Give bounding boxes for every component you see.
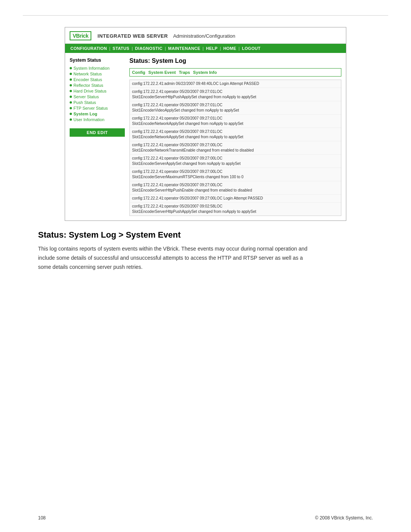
sidebar-item-server-status[interactable]: Server Status [70, 94, 125, 99]
nav-configuration[interactable]: CONFIGURATION [68, 45, 109, 51]
log-entry: config:172.22.2.41:operator 05/20/2007 0… [130, 203, 341, 216]
section-heading: Status: System Log > System Event [38, 230, 373, 240]
page-footer: 108 © 2008 VBrick Systems, Inc. [38, 515, 373, 521]
dot-icon [70, 67, 72, 69]
main-panel: Status: System Log Config System Event T… [129, 58, 341, 216]
nav-home[interactable]: HOME [221, 45, 239, 51]
sidebar-item-system-information[interactable]: System Information [70, 66, 125, 70]
sidebar-title: System Status [70, 58, 125, 63]
log-entry: config:172.22.2.41:operator 05/20/2007 0… [130, 88, 341, 101]
nav-sep-6: | [239, 46, 240, 51]
page-wrapper: VBrick INTEGRATED WEB SERVER Administrat… [38, 27, 373, 272]
nav-sep-3: | [165, 46, 166, 51]
dot-icon [70, 78, 72, 81]
log-entry: config:172.22.2.41:operator 05/20/2007 0… [130, 115, 341, 128]
tab-config[interactable]: Config [132, 70, 145, 75]
panel-title: Status: System Log [129, 58, 341, 64]
dot-icon [70, 96, 72, 98]
dot-icon [70, 73, 72, 75]
footer-page-number: 108 [38, 515, 46, 521]
sidebar-item-hard-drive-status[interactable]: Hard Drive Status [70, 89, 125, 93]
dot-icon [70, 84, 72, 86]
header-subtitle: Administration/Configuration [173, 33, 235, 39]
tab-traps[interactable]: Traps [179, 70, 190, 75]
nav-sep-2: | [132, 46, 133, 51]
log-entry: config:172.22.2.41:operator 05/20/2007 0… [130, 155, 341, 168]
nav-sep-5: | [220, 46, 221, 51]
nav-help[interactable]: HELP [204, 45, 220, 51]
sidebar-item-ftp-server-status[interactable]: FTP Server Status [70, 106, 125, 110]
sidebar-item-push-status[interactable]: Push Status [70, 100, 125, 105]
sidebar-label-reflector-status: Reflector Status [73, 83, 103, 88]
log-entry: config:172.22.2.41:operator 05/20/2007 0… [130, 195, 341, 203]
sidebar-label-system-information: System Information [73, 66, 110, 70]
nav-maintenance[interactable]: MAINTENANCE [166, 45, 203, 51]
log-entry: config:172.22.2.41:operator 05/20/2007 0… [130, 101, 341, 115]
log-entry: config:172.22.2.41:operator 05/20/2007 0… [130, 168, 341, 181]
sidebar-label-ftp-server-status: FTP Server Status [73, 106, 108, 110]
log-entry: config:172.22.2.41:admin 06/22/2007 09:4… [130, 80, 341, 88]
log-entry: config:172.22.2.41:operator 05/20/2007 0… [130, 141, 341, 155]
sidebar-label-push-status: Push Status [73, 100, 96, 105]
sidebar-item-reflector-status[interactable]: Reflector Status [70, 83, 125, 88]
dot-icon [70, 101, 72, 104]
iws-label: INTEGRATED WEB SERVER [97, 33, 168, 39]
sidebar-item-system-log[interactable]: System Log [70, 112, 125, 116]
nav-bar: CONFIGURATION | STATUS | DIAGNOSTIC | MA… [65, 44, 346, 53]
top-horizontal-rule [23, 15, 388, 16]
sidebar-item-encoder-status[interactable]: Encoder Status [70, 77, 125, 82]
sidebar-label-encoder-status: Encoder Status [73, 77, 102, 82]
tab-system-info[interactable]: System Info [193, 70, 217, 75]
sidebar-item-user-information[interactable]: User Information [70, 117, 125, 122]
end-edit-button[interactable]: END EDIT [70, 128, 125, 137]
log-entry: config:172.22.2.41:operator 05/20/2007 0… [130, 128, 341, 141]
section-body: This log contains reports of system even… [38, 244, 312, 272]
tab-system-event[interactable]: System Event [148, 70, 176, 75]
sidebar-label-system-log: System Log [73, 112, 97, 116]
nav-logout[interactable]: LOGOUT [240, 45, 263, 51]
nav-diagnostic[interactable]: DIAGNOSTIC [133, 45, 165, 51]
nav-status[interactable]: STATUS [110, 45, 132, 51]
sidebar-item-network-status[interactable]: Network Status [70, 72, 125, 76]
log-entry: config:172.22.2.41:operator 05/20/2007 0… [130, 181, 341, 195]
sidebar-label-hard-drive-status: Hard Drive Status [73, 89, 107, 93]
vbrick-logo: VBrick [70, 31, 91, 40]
header-title: INTEGRATED WEB SERVER Administration/Con… [97, 33, 235, 39]
tab-bar: Config System Event Traps System Info [129, 68, 341, 77]
nav-sep-1: | [109, 46, 110, 51]
browser-header: VBrick INTEGRATED WEB SERVER Administrat… [65, 27, 346, 44]
content-area: System Status System Information Network… [65, 53, 346, 220]
footer-copyright: © 2008 VBrick Systems, Inc. [315, 515, 373, 521]
sidebar-label-user-information: User Information [73, 117, 104, 122]
dot-icon [70, 90, 72, 92]
sidebar: System Status System Information Network… [70, 58, 125, 216]
dot-icon [70, 107, 72, 109]
nav-sep-4: | [202, 46, 204, 51]
log-container: config:172.22.2.41:admin 06/22/2007 09:4… [129, 80, 341, 216]
dot-icon [70, 113, 72, 115]
sidebar-label-network-status: Network Status [73, 72, 102, 76]
browser-frame: VBrick INTEGRATED WEB SERVER Administrat… [65, 27, 346, 221]
dot-icon [70, 118, 72, 121]
sidebar-label-server-status: Server Status [73, 94, 99, 99]
